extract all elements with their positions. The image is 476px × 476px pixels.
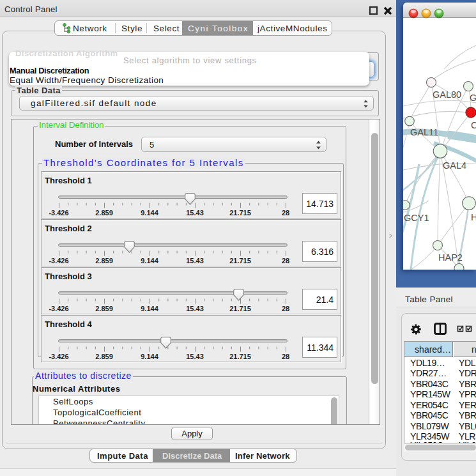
svg-text:GAL11: GAL11 <box>410 127 438 137</box>
svg-text:GAL4: GAL4 <box>443 160 466 171</box>
svg-text:HAP2: HAP2 <box>438 252 463 263</box>
svg-text:GAL80: GAL80 <box>433 89 461 100</box>
svg-text:GCY1: GCY1 <box>404 213 429 223</box>
svg-text:HIS4: HIS4 <box>471 212 476 222</box>
svg-text:C: C <box>471 120 476 130</box>
svg-text:GAL1: GAL1 <box>470 93 476 103</box>
